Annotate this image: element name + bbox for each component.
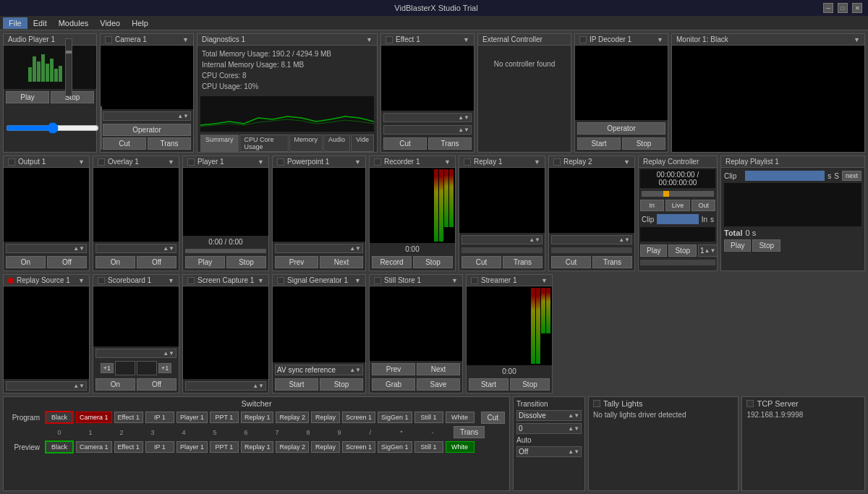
preview-still1-button[interactable]: Still 1 bbox=[414, 441, 443, 453]
replay-src-spinbox[interactable]: ▲▼ bbox=[6, 381, 87, 391]
diag-tab-summary[interactable]: Summary bbox=[200, 135, 239, 152]
replay-ctrl-live-button[interactable]: Live bbox=[665, 200, 691, 211]
audio-stop-button[interactable]: Stop bbox=[51, 91, 94, 103]
overlay-off-button[interactable]: Off bbox=[137, 256, 176, 268]
ip-start-button[interactable]: Start bbox=[577, 137, 621, 150]
scoreboard-expand-btn[interactable]: ▼ bbox=[168, 277, 174, 284]
program-white-button[interactable]: White bbox=[446, 412, 475, 423]
streamer-expand-btn[interactable]: ▼ bbox=[541, 277, 548, 284]
auto-spinbox[interactable]: Off ▲▼ bbox=[516, 446, 582, 457]
rp-play-button[interactable]: Play bbox=[724, 239, 751, 252]
scoreboard-off-button[interactable]: Off bbox=[137, 378, 176, 391]
camera-trans-button[interactable]: Trans bbox=[148, 137, 191, 150]
replay2-cut-button[interactable]: Cut bbox=[551, 256, 591, 268]
still-store-prev-button[interactable]: Prev bbox=[372, 363, 415, 375]
program-camera1-button[interactable]: Camera 1 bbox=[76, 412, 112, 423]
player-play-button[interactable]: Play bbox=[185, 256, 225, 268]
signal-gen-expand-btn[interactable]: ▼ bbox=[354, 277, 361, 284]
rp-stop-button[interactable]: Stop bbox=[752, 239, 780, 252]
preview-siggen1-button[interactable]: SigGen 1 bbox=[378, 441, 412, 453]
preview-screen1-button[interactable]: Screen 1 bbox=[342, 441, 375, 453]
scoreboard-on-button[interactable]: On bbox=[95, 378, 135, 391]
camera-cut-button[interactable]: Cut bbox=[103, 137, 146, 150]
diag-tab-cpu[interactable]: CPU Core Usage bbox=[239, 135, 289, 152]
transition-spinbox[interactable]: Dissolve ▲▼ bbox=[516, 410, 582, 421]
preview-replay1-button[interactable]: Replay 1 bbox=[241, 441, 274, 453]
replay2-trans-button[interactable]: Trans bbox=[592, 256, 632, 268]
audio-volume-slider[interactable] bbox=[6, 125, 99, 131]
menu-video[interactable]: Video bbox=[94, 17, 126, 29]
output-expand-btn[interactable]: ▼ bbox=[78, 158, 85, 166]
program-still1-button[interactable]: Still 1 bbox=[414, 412, 443, 423]
rp-next-button[interactable]: next bbox=[842, 171, 861, 181]
player-expand-btn[interactable]: ▼ bbox=[258, 158, 264, 166]
replay1-cut-button[interactable]: Cut bbox=[461, 256, 501, 268]
program-replay-button[interactable]: Replay bbox=[311, 412, 340, 423]
output-spinbox[interactable]: ▲▼ bbox=[6, 244, 87, 253]
still-store-expand-btn[interactable]: ▼ bbox=[451, 277, 458, 284]
powerpoint-expand-btn[interactable]: ▼ bbox=[354, 158, 361, 166]
maximize-button[interactable]: □ bbox=[838, 3, 848, 13]
scoreboard-spinbox[interactable]: ▲▼ bbox=[95, 349, 176, 358]
recorder-stop-button[interactable]: Stop bbox=[413, 256, 453, 268]
output-off-button[interactable]: Off bbox=[47, 256, 87, 268]
replay1-scrubber[interactable] bbox=[461, 247, 542, 253]
close-button[interactable]: ✕ bbox=[852, 3, 862, 13]
replay-src-expand-btn[interactable]: ▼ bbox=[78, 277, 85, 284]
replay-ctrl-play-button[interactable]: Play bbox=[640, 244, 667, 257]
output-on-button[interactable]: On bbox=[6, 256, 46, 268]
scoreboard-plus1-left[interactable]: +1 bbox=[101, 363, 114, 373]
program-replay2-button[interactable]: Replay 2 bbox=[276, 412, 309, 423]
menu-help[interactable]: Help bbox=[126, 17, 154, 29]
program-player1-button[interactable]: Player 1 bbox=[176, 412, 208, 423]
streamer-stop-button[interactable]: Stop bbox=[510, 378, 550, 391]
audio-slider[interactable] bbox=[65, 38, 72, 96]
preview-white-button[interactable]: White bbox=[446, 441, 475, 453]
screen-cap-expand-btn[interactable]: ▼ bbox=[258, 277, 264, 284]
recorder-record-button[interactable]: Record bbox=[372, 256, 412, 268]
still-store-save-button[interactable]: Save bbox=[417, 378, 460, 391]
still-store-next-button[interactable]: Next bbox=[417, 363, 460, 375]
preview-replay-button[interactable]: Replay bbox=[311, 441, 340, 453]
program-effect1-button[interactable]: Effect 1 bbox=[114, 412, 143, 423]
replay2-expand-btn[interactable]: ▼ bbox=[624, 158, 630, 166]
replay-ctrl-slider[interactable] bbox=[642, 191, 714, 197]
overlay-expand-btn[interactable]: ▼ bbox=[168, 158, 174, 166]
ip-stop-button[interactable]: Stop bbox=[622, 137, 665, 150]
program-screen1-button[interactable]: Screen 1 bbox=[342, 412, 375, 423]
replay1-expand-btn[interactable]: ▼ bbox=[534, 158, 540, 166]
program-ip1-button[interactable]: IP 1 bbox=[145, 412, 174, 423]
diag-tab-audio[interactable]: Audio bbox=[323, 135, 350, 152]
replay-ctrl-bottom-slider[interactable] bbox=[640, 260, 715, 265]
ip-operator-button[interactable]: Operator bbox=[577, 122, 665, 135]
ip-expand-btn[interactable]: ▼ bbox=[657, 36, 663, 43]
diagnostics-expand-btn[interactable]: ▼ bbox=[366, 36, 373, 43]
powerpoint-prev-button[interactable]: Prev bbox=[275, 256, 318, 268]
switcher-cut-button[interactable]: Cut bbox=[481, 412, 506, 424]
screen-cap-spinbox[interactable]: ▲▼ bbox=[185, 381, 266, 391]
signal-gen-stop-button[interactable]: Stop bbox=[320, 378, 363, 391]
diag-tab-vide[interactable]: Vide bbox=[351, 135, 374, 152]
effect-cut-button[interactable]: Cut bbox=[383, 137, 427, 150]
program-siggen1-button[interactable]: SigGen 1 bbox=[378, 412, 412, 423]
player-stop-button[interactable]: Stop bbox=[226, 256, 266, 268]
switcher-trans-button[interactable]: Trans bbox=[454, 426, 485, 438]
preview-camera1-button[interactable]: Camera 1 bbox=[76, 441, 112, 453]
diag-tab-memory[interactable]: Memory bbox=[289, 135, 323, 152]
powerpoint-next-button[interactable]: Next bbox=[320, 256, 363, 268]
still-store-grab-button[interactable]: Grab bbox=[372, 378, 415, 391]
replay-ctrl-stop-button[interactable]: Stop bbox=[668, 244, 697, 257]
replay-ctrl-in-button[interactable]: In bbox=[640, 200, 664, 211]
replay2-spinbox[interactable]: ▲▼ bbox=[551, 235, 632, 244]
preview-replay2-button[interactable]: Replay 2 bbox=[276, 441, 309, 453]
replay1-trans-button[interactable]: Trans bbox=[503, 256, 542, 268]
effect-expand-btn[interactable]: ▼ bbox=[463, 36, 469, 43]
menu-modules[interactable]: Modules bbox=[53, 17, 95, 29]
camera-expand-btn[interactable]: ▼ bbox=[182, 36, 189, 43]
powerpoint-spinbox[interactable]: ▲▼ bbox=[275, 244, 363, 253]
replay2-scrubber[interactable] bbox=[551, 247, 632, 253]
preview-ip1-button[interactable]: IP 1 bbox=[145, 441, 174, 453]
overlay-spinbox[interactable]: ▲▼ bbox=[95, 244, 176, 253]
effect-spinbox2[interactable]: ▲▼ bbox=[383, 125, 472, 135]
replay-ctrl-speed-spinbox[interactable]: 1 ▲▼ bbox=[698, 244, 718, 257]
